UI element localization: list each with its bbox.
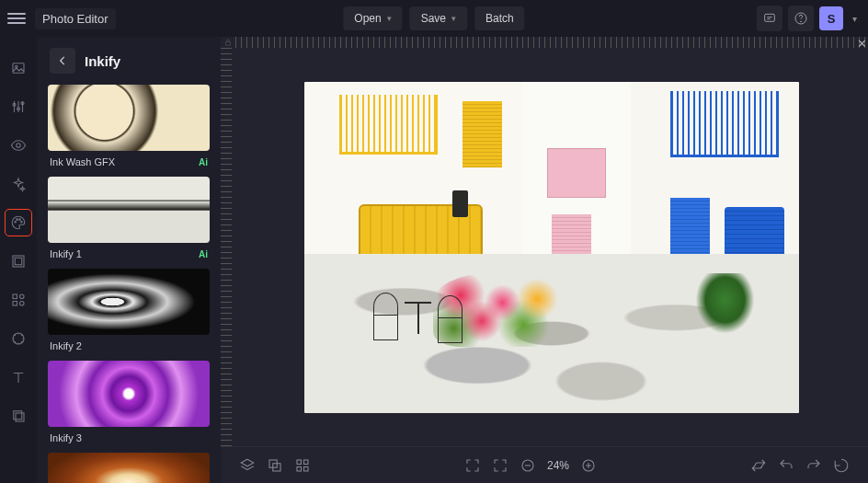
save-button[interactable]: Save▾ <box>410 6 467 30</box>
canvas-area: ✕ <box>221 37 868 483</box>
svg-rect-27 <box>297 466 302 471</box>
app-title: Photo Editor <box>35 8 116 29</box>
back-button[interactable] <box>50 48 75 74</box>
help-icon[interactable] <box>788 6 814 31</box>
close-canvas-icon[interactable]: ✕ <box>855 37 868 50</box>
tool-frame-icon[interactable] <box>6 248 31 274</box>
ruler-lock-icon[interactable] <box>221 37 235 48</box>
tool-eye-icon[interactable] <box>6 132 31 158</box>
open-button[interactable]: Open▾ <box>343 6 402 30</box>
redo-icon[interactable] <box>805 457 822 474</box>
top-bar: Photo Editor Open▾ Save▾ Batch S ▾ <box>0 0 868 37</box>
svg-point-11 <box>19 219 21 221</box>
svg-rect-21 <box>16 413 24 421</box>
compare-icon[interactable] <box>750 457 767 474</box>
batch-button[interactable]: Batch <box>474 6 525 30</box>
svg-point-18 <box>20 302 25 306</box>
svg-point-16 <box>20 294 25 299</box>
chevron-down-icon: ▾ <box>451 14 456 23</box>
svg-rect-20 <box>14 411 22 420</box>
svg-rect-26 <box>304 460 309 465</box>
svg-rect-3 <box>13 63 24 74</box>
svg-point-10 <box>17 219 18 221</box>
effect-label: Inkify 1 <box>50 248 82 259</box>
fit-screen-icon[interactable] <box>464 457 481 474</box>
ruler-horizontal[interactable] <box>235 37 868 48</box>
revert-icon[interactable] <box>833 457 850 474</box>
tool-adjust-icon[interactable] <box>6 94 31 120</box>
panel-title: Inkify <box>85 53 120 69</box>
effect-thumb-inkify-1[interactable] <box>48 177 210 243</box>
bottom-toolbar: 24% <box>221 446 868 483</box>
ai-badge: Ai <box>199 249 208 259</box>
user-menu-chevron-icon[interactable]: ▾ <box>849 14 861 24</box>
svg-point-2 <box>801 21 802 22</box>
tool-palette-icon[interactable] <box>6 210 31 236</box>
svg-point-12 <box>21 222 23 224</box>
effect-thumb-next[interactable] <box>48 453 210 483</box>
zoom-in-icon[interactable] <box>580 457 597 474</box>
svg-rect-22 <box>226 42 231 46</box>
chevron-down-icon: ▾ <box>387 14 392 23</box>
open-label: Open <box>354 12 381 25</box>
svg-point-19 <box>13 333 24 344</box>
svg-rect-17 <box>13 302 17 306</box>
svg-rect-14 <box>15 258 22 265</box>
canvas-image[interactable] <box>304 82 799 413</box>
effect-thumb-ink-wash[interactable] <box>48 85 210 151</box>
tool-rail <box>0 37 37 483</box>
svg-rect-25 <box>297 460 302 465</box>
user-avatar[interactable]: S <box>819 6 843 30</box>
save-label: Save <box>421 12 446 25</box>
undo-icon[interactable] <box>778 457 794 474</box>
menu-icon[interactable] <box>7 9 26 28</box>
tool-retouch-icon[interactable] <box>6 326 31 351</box>
tool-text-icon[interactable] <box>6 364 31 390</box>
effect-card: Inkify 2 <box>48 269 210 357</box>
overlap-icon[interactable] <box>267 457 283 474</box>
svg-rect-28 <box>304 466 309 471</box>
canvas-viewport[interactable] <box>235 48 868 446</box>
effect-label: Ink Wash GFX <box>50 156 115 167</box>
layers-panel-icon[interactable] <box>239 457 256 474</box>
effect-card: Inkify 1Ai <box>48 177 210 265</box>
ai-badge: Ai <box>199 157 208 167</box>
actual-size-icon[interactable] <box>492 457 508 474</box>
ruler-vertical[interactable] <box>221 48 232 446</box>
svg-rect-0 <box>765 14 775 21</box>
effect-label: Inkify 2 <box>50 340 82 351</box>
effect-thumb-inkify-2[interactable] <box>48 269 210 335</box>
tool-image-icon[interactable] <box>6 55 31 81</box>
effect-card <box>48 453 210 483</box>
effect-card: Ink Wash GFXAi <box>48 85 210 173</box>
grid-icon[interactable] <box>294 457 311 474</box>
zoom-level[interactable]: 24% <box>547 459 569 472</box>
tool-layers-icon[interactable] <box>6 403 31 429</box>
comments-icon[interactable] <box>757 6 782 31</box>
effect-thumb-inkify-3[interactable] <box>48 361 210 427</box>
effect-card: Inkify 3 <box>48 361 210 449</box>
batch-label: Batch <box>485 12 514 25</box>
effects-panel: Inkify Ink Wash GFXAi Inkify 1Ai Inkify … <box>37 37 221 483</box>
tool-sparkle-icon[interactable] <box>6 171 31 197</box>
svg-rect-15 <box>13 294 17 299</box>
tool-elements-icon[interactable] <box>6 287 31 313</box>
zoom-out-icon[interactable] <box>520 457 536 474</box>
svg-point-9 <box>15 222 17 224</box>
svg-point-8 <box>17 144 21 148</box>
effect-label: Inkify 3 <box>50 432 82 443</box>
